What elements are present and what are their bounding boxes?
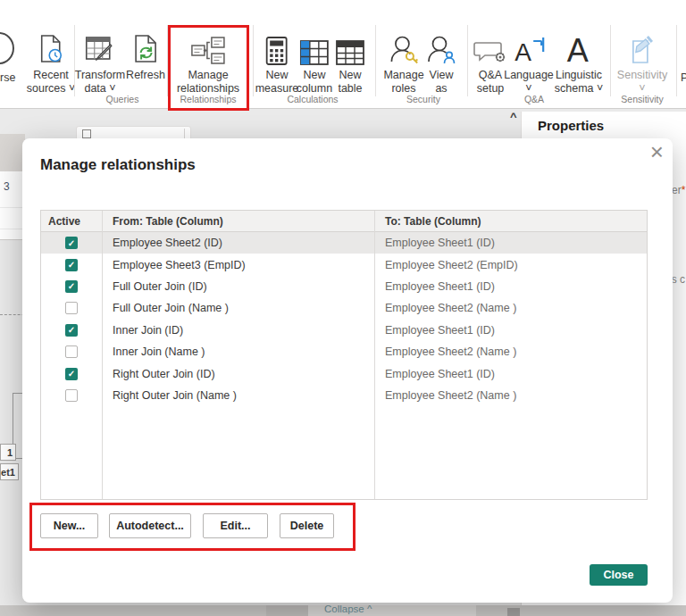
dataverse-icon [0, 32, 14, 64]
to-cell: Employee Sheet1 (ID) [374, 280, 647, 293]
ribbon-group-sensitivity: Sensitivity [621, 94, 663, 104]
from-cell: Right Outer Join (Name ) [102, 389, 374, 402]
ribbon-item-view-as[interactable]: View as [427, 27, 456, 96]
table-chip-fragment-1: 1 [0, 444, 16, 461]
from-cell: Full Outer Join (ID) [102, 280, 374, 293]
recent-sources-label-2: sources ˅ [27, 82, 76, 96]
new-measure-icon [255, 27, 299, 66]
relationship-row[interactable]: ✓Full Outer Join (ID)Employee Sheet1 (ID… [41, 276, 647, 297]
relationship-row[interactable]: ✓Right Outer Join (ID)Employee Sheet1 (I… [41, 362, 647, 384]
ribbon-group-qa: Q&A [524, 94, 544, 104]
ribbon-group-calculations: Calculations [287, 94, 338, 104]
ribbon-group-relationships: Relationships [180, 94, 236, 104]
recent-sources-label-1: Recent [27, 69, 76, 82]
to-cell: Employee Sheet1 (ID) [374, 368, 647, 380]
relationship-row[interactable]: Inner Join (Name )Employee Sheet2 (Name … [41, 341, 647, 362]
checkbox-fragment [82, 129, 91, 138]
powerbi-window: rse Recent sources ˅ [0, 0, 686, 616]
ribbon: rse Recent sources ˅ [0, 0, 686, 109]
manage-relationships-icon [177, 27, 239, 66]
ribbon-group-queries: Queries [106, 94, 139, 104]
relationship-row[interactable]: ✓Inner Join (ID)Employee Sheet1 (ID) [41, 320, 647, 341]
transform-data-icon [75, 27, 126, 66]
close-icon[interactable]: × [650, 138, 664, 165]
language-icon: A [504, 27, 554, 66]
from-cell: Inner Join (ID) [102, 324, 374, 337]
relationship-row[interactable]: Right Outer Join (Name )Employee Sheet2 … [41, 385, 647, 406]
active-checkbox-checked[interactable]: ✓ [65, 324, 78, 337]
sensitivity-label-1: Sensitivity [617, 69, 667, 82]
dataverse-label: rse [0, 71, 15, 84]
ribbon-item-transform-data[interactable]: Transform data ˅ [75, 27, 126, 96]
column-header-to: To: Table (Column) [374, 215, 647, 228]
svg-text:A: A [567, 32, 589, 66]
qa-setup-label-2: setup [473, 82, 507, 96]
active-checkbox-checked[interactable]: ✓ [65, 259, 78, 271]
active-checkbox-unchecked[interactable] [65, 302, 78, 314]
ribbon-item-language[interactable]: A Language ˅ [504, 27, 554, 96]
from-cell: Full Outer Join (Name ) [102, 302, 374, 314]
refresh-label: Refresh [126, 69, 165, 82]
ribbon-item-dataverse-partial[interactable]: rse [0, 71, 15, 85]
ribbon-item-new-measure[interactable]: New measure [255, 27, 299, 96]
new-button[interactable]: New... [40, 513, 98, 538]
active-checkbox-unchecked[interactable] [65, 389, 78, 402]
table-body: ✓Employee Sheet2 (ID)Employee Sheet1 (ID… [41, 232, 647, 406]
relationship-row[interactable]: Full Outer Join (Name )Employee Sheet2 (… [41, 297, 647, 319]
table-chip-fragment-2: et1 [0, 463, 19, 480]
active-checkbox-checked[interactable]: ✓ [65, 237, 78, 249]
qa-setup-icon [473, 27, 507, 66]
active-cell: ✓ [41, 237, 102, 249]
delete-button[interactable]: Delete [280, 513, 334, 538]
transform-data-label-1: Transform [75, 69, 126, 82]
ribbon-item-new-table[interactable]: New table [335, 27, 365, 96]
relationship-row[interactable]: ✓Employee Sheet2 (ID)Employee Sheet1 (ID… [41, 232, 647, 254]
qa-setup-label-1: Q&A [473, 69, 507, 82]
close-button[interactable]: Close [590, 564, 648, 586]
to-cell: Employee Sheet1 (ID) [374, 324, 647, 337]
publish-label: P [681, 71, 686, 84]
active-cell [41, 345, 102, 358]
ribbon-item-qa-setup[interactable]: Q&A setup [473, 27, 507, 96]
ribbon-item-new-column[interactable]: New column [297, 27, 332, 96]
active-checkbox-unchecked[interactable] [65, 345, 78, 358]
to-cell: Employee Sheet2 (EmpID) [374, 259, 647, 271]
active-cell: ✓ [41, 324, 102, 337]
active-checkbox-checked[interactable]: ✓ [65, 280, 78, 293]
from-cell: Right Outer Join (ID) [102, 368, 374, 380]
table-card-label-fragment: 3 [4, 180, 10, 193]
autodetect-button[interactable]: Autodetect... [109, 513, 191, 538]
ribbon-item-manage-roles[interactable]: Manage roles [383, 27, 423, 96]
ribbon-item-publish-partial[interactable]: P [681, 71, 686, 85]
manage-relationships-dialog: × Manage relationships Active From: Tabl… [22, 138, 673, 603]
edit-button[interactable]: Edit... [203, 513, 268, 538]
ribbon-item-linguistic-schema[interactable]: A Linguistic schema ˅ [555, 27, 604, 96]
to-cell: Employee Sheet2 (Name ) [374, 389, 647, 402]
language-label-1: Language [504, 69, 554, 82]
linguistic-schema-label-2: schema ˅ [555, 82, 604, 96]
ribbon-item-recent-sources[interactable]: Recent sources ˅ [27, 27, 76, 96]
ribbon-group-security: Security [406, 94, 440, 104]
from-cell: Employee Sheet2 (ID) [102, 237, 374, 249]
to-cell: Employee Sheet2 (Name ) [374, 345, 647, 358]
active-cell: ✓ [41, 368, 102, 380]
ribbon-separator [467, 25, 468, 96]
manage-roles-label-1: Manage [383, 69, 423, 82]
ribbon-item-manage-relationships[interactable]: Manage relationships [177, 27, 239, 96]
new-measure-label-1: New [255, 69, 299, 82]
active-checkbox-checked[interactable]: ✓ [65, 368, 78, 380]
recent-sources-icon [27, 27, 76, 66]
manage-roles-icon [383, 27, 423, 66]
collapse-panel-chevron-icon[interactable]: ^ [510, 110, 517, 123]
table-header-row: Active From: Table (Column) To: Table (C… [41, 211, 647, 232]
ribbon-item-refresh[interactable]: Refresh [126, 27, 165, 82]
new-column-icon [297, 27, 332, 66]
relationship-row[interactable]: ✓Employee Sheet3 (EmpID)Employee Sheet2 … [41, 254, 647, 275]
active-cell: ✓ [41, 259, 102, 271]
new-column-label-1: New [297, 69, 332, 82]
relationships-table: Active From: Table (Column) To: Table (C… [40, 210, 648, 500]
view-as-icon [427, 27, 456, 66]
canvas-table-card-header-fragment [0, 134, 25, 171]
collapse-link[interactable]: Collapse ^ [324, 604, 372, 614]
linguistic-schema-icon: A [555, 27, 604, 66]
